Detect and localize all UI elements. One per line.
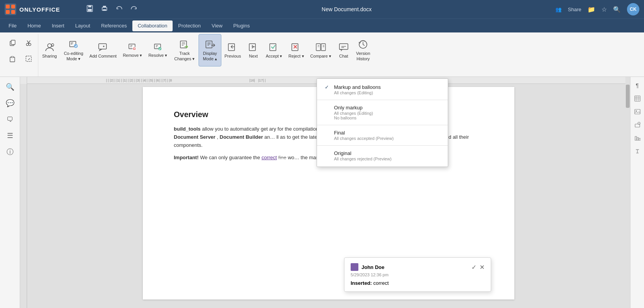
save-icon[interactable] (86, 5, 94, 14)
next-label: Next (249, 54, 258, 59)
add-comment-label: Add Comment (89, 54, 116, 59)
menu-references[interactable]: References (96, 20, 132, 31)
comment-close-btn[interactable]: ✕ (480, 264, 485, 271)
svg-point-40 (635, 111, 637, 112)
sidebar-chat-btn[interactable]: 🗨 (3, 112, 17, 126)
svg-point-21 (74, 44, 78, 48)
check-markup: ✓ (325, 84, 331, 90)
dropdown-final[interactable]: ✓ Final All changes accepted (Preview) (317, 127, 448, 144)
sidebar-comment-btn[interactable]: 💬 (3, 96, 17, 110)
svg-rect-9 (103, 6, 106, 8)
scrollbar-thumb[interactable] (626, 85, 630, 108)
next-icon (248, 42, 259, 53)
dropdown-only-markup[interactable]: ✓ Only markup All changes (Editing) No b… (317, 102, 448, 123)
share-label[interactable]: Share (568, 7, 581, 12)
menu-collaboration[interactable]: Collaboration (132, 20, 173, 31)
folder-icon[interactable]: 📁 (587, 6, 595, 13)
paste-button[interactable] (5, 51, 20, 66)
user-avatar[interactable]: CK (627, 3, 639, 15)
copy-button[interactable] (5, 36, 20, 50)
comment-actions: ✓ ✕ (471, 264, 485, 271)
accept-button[interactable]: Accept ▾ (263, 34, 286, 66)
menu-view[interactable]: View (206, 20, 228, 31)
add-comment-button[interactable]: Add Comment (86, 34, 120, 66)
ribbon: Sharing Co-editingMode ▾ Add Comment (0, 32, 644, 77)
right-para-mark[interactable]: ¶ (632, 80, 643, 91)
ruler-left (20, 77, 27, 308)
titlebar-icons (86, 5, 138, 14)
resolve-button[interactable]: Resolve ▾ (145, 34, 170, 66)
svg-rect-39 (635, 109, 640, 114)
chat-icon (338, 42, 349, 53)
sidebar-list-btn[interactable]: ☰ (3, 129, 17, 143)
redo-icon[interactable] (130, 5, 138, 14)
track-changes-button[interactable]: TrackChanges ▾ (170, 34, 199, 66)
version-history-icon (358, 39, 368, 50)
ribbon-copy-row2 (5, 51, 36, 66)
add-comment-icon (98, 42, 108, 53)
dropdown-divider-2 (317, 125, 448, 125)
menu-protection[interactable]: Protection (173, 20, 206, 31)
remove-button[interactable]: Remove ▾ (120, 34, 145, 66)
comment-text: Inserted: correct (351, 280, 485, 286)
dropdown-original[interactable]: ✓ Original All changes rejected (Preview… (317, 147, 448, 164)
display-mode-dropdown: ✓ Markup and balloons All changes (Editi… (317, 78, 448, 167)
menu-plugins[interactable]: Plugins (228, 20, 255, 31)
svg-point-27 (158, 47, 161, 50)
left-sidebar: 🔍 💬 🗨 ☰ ⓘ (0, 77, 20, 308)
doc-important: Important! (174, 155, 199, 160)
final-subtitle: All changes accepted (Preview) (325, 136, 440, 141)
sharing-button[interactable]: Sharing (38, 34, 61, 66)
right-text-icon[interactable] (632, 146, 643, 157)
right-shape-icon[interactable] (632, 119, 643, 130)
chat-button[interactable]: Chat (334, 34, 353, 66)
sidebar-info-btn[interactable]: ⓘ (3, 145, 17, 159)
scrollbar-v[interactable] (625, 77, 630, 308)
svg-rect-22 (99, 44, 106, 49)
sidebar-search-btn[interactable]: 🔍 (3, 80, 17, 94)
svg-point-18 (48, 44, 51, 48)
doc-p2-text: We can only guarantee the (200, 155, 262, 160)
doc-link-correct[interactable]: correct (262, 155, 277, 160)
sharing-label: Sharing (42, 54, 57, 59)
display-mode-button[interactable]: DisplayMode ▴ (199, 34, 221, 66)
right-chart-icon[interactable] (632, 133, 643, 143)
ribbon-copy-row1 (5, 36, 36, 50)
star-icon[interactable]: ☆ (601, 6, 607, 13)
doc-comma: , (217, 134, 219, 140)
search-top-icon[interactable]: 🔍 (613, 6, 621, 13)
svg-rect-1 (6, 5, 10, 9)
markup-balloons-title: Markup and balloons (334, 84, 381, 90)
menu-file[interactable]: File (3, 20, 22, 31)
cut-button[interactable] (21, 36, 36, 50)
menu-home[interactable]: Home (22, 20, 46, 31)
coediting-icon (68, 39, 79, 50)
right-table-icon[interactable] (632, 93, 643, 104)
original-subtitle: All changes rejected (Preview) (325, 157, 440, 161)
share-icon: 👥 (555, 7, 562, 12)
previous-button[interactable]: Previous (221, 34, 244, 66)
doc-bold-ds: Document Server (174, 134, 216, 140)
svg-rect-2 (11, 5, 15, 9)
select-button[interactable] (21, 51, 36, 66)
coediting-button[interactable]: Co-editingMode ▾ (61, 34, 86, 66)
coediting-label: Co-editingMode ▾ (64, 51, 83, 61)
print-icon[interactable] (101, 5, 108, 14)
menu-insert[interactable]: Insert (46, 20, 70, 31)
reject-button[interactable]: Reject ▾ (285, 34, 307, 66)
version-history-button[interactable]: VersionHistory (353, 34, 373, 66)
next-button[interactable]: Next (244, 34, 263, 66)
menu-layout[interactable]: Layout (70, 20, 96, 31)
comment-accept-btn[interactable]: ✓ (471, 264, 476, 271)
title-bar-right: 👥 Share 📁 ☆ 🔍 CK (555, 3, 639, 15)
previous-label: Previous (224, 54, 241, 59)
track-changes-label: TrackChanges ▾ (174, 51, 195, 61)
dropdown-markup-balloons[interactable]: ✓ Markup and balloons All changes (Editi… (317, 81, 448, 98)
svg-rect-31 (249, 44, 255, 51)
only-markup-subtitle2: No balloons (325, 116, 440, 120)
right-image-icon[interactable] (632, 106, 643, 117)
undo-icon[interactable] (115, 5, 123, 14)
compare-button[interactable]: Compare ▾ (307, 34, 334, 66)
comment-username: John Doe (361, 264, 384, 270)
accept-label: Accept ▾ (266, 54, 283, 59)
